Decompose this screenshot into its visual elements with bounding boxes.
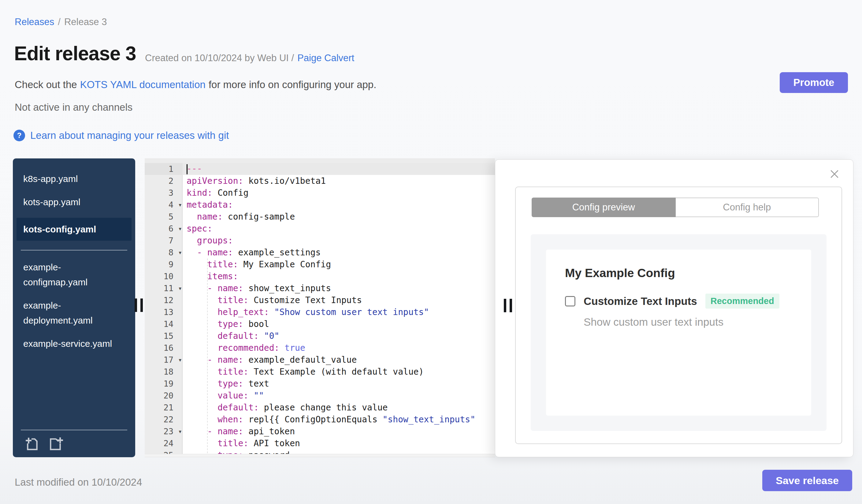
code-text: value: "": [183, 390, 264, 401]
code-line[interactable]: 18 title: Text Example (with default val…: [145, 366, 495, 378]
code-text: items:: [183, 271, 238, 281]
doc-suffix: for more info on configuring your app.: [209, 79, 376, 91]
code-line[interactable]: 16 recommended: true: [145, 342, 495, 354]
line-number[interactable]: 2: [145, 175, 183, 187]
code-line[interactable]: 10 items:: [145, 270, 495, 282]
line-number[interactable]: 18: [145, 366, 183, 378]
code-line[interactable]: 19 type: text: [145, 378, 495, 389]
code-text: help_text: "Show custom user text inputs…: [183, 307, 429, 317]
fold-arrow-icon[interactable]: ▾: [179, 357, 181, 363]
config-item-label: Customize Text Inputs: [584, 295, 697, 307]
line-number[interactable]: 10: [145, 270, 183, 282]
customize-text-inputs-checkbox[interactable]: [565, 296, 575, 306]
line-number[interactable]: 5: [145, 211, 183, 223]
fold-arrow-icon[interactable]: ▾: [179, 428, 181, 435]
fold-arrow-icon[interactable]: ▾: [179, 285, 181, 291]
code-line[interactable]: 2apiVersion: kots.io/v1beta1: [145, 175, 495, 187]
fold-arrow-icon[interactable]: ▾: [179, 201, 181, 208]
code-line[interactable]: 13 help_text: "Show custom user text inp…: [145, 306, 495, 318]
new-file-icon[interactable]: [48, 436, 63, 452]
code-line[interactable]: 24 title: API token: [145, 437, 495, 449]
sidebar-resize-handle[interactable]: [134, 299, 144, 312]
line-number[interactable]: 1: [145, 163, 183, 175]
channel-status: Not active in any channels: [15, 102, 132, 113]
code-line[interactable]: 17▾ - name: example_default_value: [145, 354, 495, 366]
promote-button[interactable]: Promote: [780, 72, 848, 93]
line-number[interactable]: 23▾: [145, 425, 183, 437]
code-text: name: config-sample: [183, 212, 295, 222]
line-number[interactable]: 7: [145, 235, 183, 247]
line-number[interactable]: 20: [145, 389, 183, 401]
line-number[interactable]: 8▾: [145, 247, 183, 258]
line-number[interactable]: 11▾: [145, 282, 183, 294]
breadcrumb-releases-link[interactable]: Releases: [15, 16, 54, 27]
code-line[interactable]: 12 title: Customize Text Inputs: [145, 294, 495, 306]
code-line[interactable]: 4▾metadata:: [145, 199, 495, 211]
code-line[interactable]: 20 value: "": [145, 389, 495, 401]
panel-resize-handle[interactable]: [504, 299, 513, 312]
code-line[interactable]: 21 default: please change this value: [145, 401, 495, 413]
tab-config-preview[interactable]: Config preview: [532, 198, 676, 217]
config-item-description: Show custom user text inputs: [584, 316, 792, 328]
file-item-k8s-app-yaml[interactable]: k8s-app.yaml: [13, 171, 135, 186]
code-line[interactable]: 8▾ - name: example_settings: [145, 247, 495, 258]
kots-yaml-doc-link[interactable]: KOTS YAML documentation: [80, 79, 206, 91]
code-text: when: repl{{ ConfigOptionEquals "show_te…: [183, 414, 475, 424]
code-text: title: My Example Config: [183, 259, 331, 269]
line-number[interactable]: 21: [145, 401, 183, 413]
author-link[interactable]: Paige Calvert: [297, 53, 354, 64]
fold-arrow-icon[interactable]: ▾: [179, 249, 181, 256]
line-number[interactable]: 17▾: [145, 354, 183, 366]
code-text: title: Text Example (with default value): [183, 367, 424, 377]
line-number[interactable]: 14: [145, 318, 183, 330]
code-text: - name: example_default_value: [183, 355, 357, 365]
line-number[interactable]: 13: [145, 306, 183, 318]
close-panel-button[interactable]: [828, 168, 841, 181]
save-release-button[interactable]: Save release: [762, 470, 852, 491]
git-releases-link[interactable]: Learn about managing your releases with …: [30, 130, 229, 141]
code-text: recommended: true: [183, 343, 305, 353]
breadcrumb-current: Release 3: [64, 16, 107, 27]
line-number[interactable]: 19: [145, 378, 183, 389]
config-tabbar: Config previewConfig help: [532, 198, 819, 217]
line-number[interactable]: 3: [145, 187, 183, 199]
code-line[interactable]: 9 title: My Example Config: [145, 258, 495, 270]
line-number[interactable]: 9: [145, 258, 183, 270]
line-number[interactable]: 15: [145, 330, 183, 342]
line-number[interactable]: 24: [145, 437, 183, 449]
editor-top-edge: [145, 159, 495, 163]
editor-horizontal-scrollbar[interactable]: [145, 454, 495, 457]
code-line[interactable]: 6▾spec:: [145, 223, 495, 235]
code-line[interactable]: 3kind: Config: [145, 187, 495, 199]
line-number[interactable]: 4▾: [145, 199, 183, 211]
line-number[interactable]: 6▾: [145, 223, 183, 235]
file-item-kots-app-yaml[interactable]: kots-app.yaml: [13, 195, 135, 210]
add-file-icon[interactable]: [25, 436, 40, 452]
code-line[interactable]: 7 groups:: [145, 235, 495, 247]
code-line[interactable]: 1---: [145, 163, 495, 175]
code-line[interactable]: 23▾ - name: api_token: [145, 425, 495, 437]
line-number[interactable]: 16: [145, 342, 183, 354]
sidebar-bottom: [13, 430, 135, 457]
config-content-card: My Example Config Customize Text Inputs …: [546, 250, 811, 416]
line-number[interactable]: 12: [145, 294, 183, 306]
line-number[interactable]: 22: [145, 413, 183, 425]
file-item-example-service-yaml[interactable]: example-service.yaml: [13, 336, 135, 351]
code-text: default: please change this value: [183, 402, 388, 413]
tab-config-help[interactable]: Config help: [676, 198, 819, 217]
code-line[interactable]: 14 type: bool: [145, 318, 495, 330]
code-text: - name: api_token: [183, 426, 295, 436]
code-line[interactable]: 15 default: "0": [145, 330, 495, 342]
file-item-kots-config-yaml[interactable]: kots-config.yaml: [16, 218, 132, 241]
code-line[interactable]: 11▾ - name: show_text_inputs: [145, 282, 495, 294]
fold-arrow-icon[interactable]: ▾: [179, 225, 181, 232]
file-item-example-configmap-yaml[interactable]: example-configmap.yaml: [13, 260, 135, 290]
page-title: Edit release 3: [14, 42, 136, 65]
code-line[interactable]: 5 name: config-sample: [145, 211, 495, 223]
code-line[interactable]: 22 when: repl{{ ConfigOptionEquals "show…: [145, 413, 495, 425]
yaml-editor[interactable]: 1---2apiVersion: kots.io/v1beta13kind: C…: [145, 158, 495, 457]
breadcrumb-separator: /: [58, 16, 61, 27]
file-item-example-deployment-yaml[interactable]: example-deployment.yaml: [13, 298, 135, 328]
help-question-icon[interactable]: ?: [13, 130, 25, 141]
code-text: title: API token: [183, 438, 300, 448]
